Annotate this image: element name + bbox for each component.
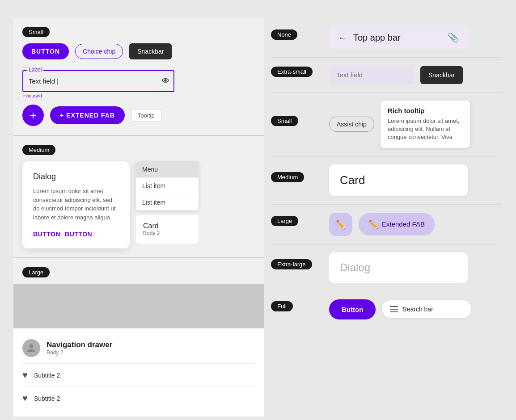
dialog-button-2[interactable]: BUTTON: [65, 231, 92, 238]
top-bar-title: Top app bar: [353, 33, 441, 43]
right-dialog-title: Dialog: [340, 261, 457, 274]
medium-badge: Medium: [22, 145, 55, 155]
extra-small-content: Snackbar: [329, 66, 503, 84]
medium-badge-container: Medium: [271, 172, 320, 189]
extra-large-badge: Extra-large: [271, 259, 312, 269]
full-badge-container: Full: [271, 301, 320, 318]
nav-item-label-2: Subtitle 2: [34, 395, 60, 402]
top-bar-content: ← Top app bar 📎: [329, 26, 503, 49]
large-badge: Large: [22, 267, 50, 277]
right-snackbar: Snackbar: [420, 66, 463, 84]
extra-large-content: Dialog: [329, 252, 503, 283]
extra-large-row: Extra-large Dialog: [271, 244, 503, 291]
hamburger-icon[interactable]: [390, 306, 398, 312]
nav-item-label-1: Subtitle 2: [34, 372, 60, 379]
right-card: Card: [329, 164, 468, 196]
card-mini: Card Body 2: [136, 215, 199, 244]
text-field-label: Label: [27, 67, 43, 73]
medium-content: Card: [329, 164, 503, 196]
dialog-actions: BUTTON BUTTON: [33, 231, 119, 238]
medium-row: Dialog Lorem ipsum dolor sit amet, conse…: [22, 161, 255, 248]
small-badge-right: Small: [271, 116, 298, 126]
dialog-title: Dialog: [33, 172, 119, 181]
pencil-icon: ✏️: [336, 219, 346, 229]
nav-item-2[interactable]: ♥ Subtitle 2: [22, 387, 255, 410]
small-row-right: Small Assist chip Rich tooltip Lorem ips…: [271, 92, 503, 156]
nav-text: Navigation drawer Body 2: [47, 340, 112, 356]
tooltip: Tooltip: [131, 109, 161, 122]
full-button[interactable]: Button: [329, 299, 376, 319]
small-badge: Small: [22, 27, 50, 37]
card-mini-body: Body 2: [143, 230, 191, 236]
assist-chip[interactable]: Assist chip: [329, 117, 374, 132]
full-badge: Full: [271, 301, 293, 311]
text-field-container: Label: [22, 70, 174, 92]
large-section: Large Navigation drawer Body 2 ♥ Subtitl…: [13, 258, 264, 416]
attach-icon[interactable]: 📎: [448, 32, 459, 43]
small-section: Small BUTTON Choice chip Snackbar Label …: [13, 18, 264, 136]
right-fab-extended[interactable]: ✏️ Extended FAB: [359, 213, 435, 235]
card-mini-title: Card: [143, 222, 191, 230]
medium-section: Medium Dialog Lorem ipsum dolor sit amet…: [13, 136, 264, 258]
menu-and-card: Menu List item List item Card Body 2: [136, 161, 199, 244]
nav-subtitle: Body 2: [47, 349, 112, 356]
snackbar: Snackbar: [129, 43, 172, 59]
fab-row: + + EXTENED FAB Tooltip: [22, 105, 255, 126]
back-arrow-icon[interactable]: ←: [338, 33, 347, 43]
large-image: [13, 284, 264, 328]
dialog-card: Dialog Lorem ipsum dolor sit amet, conse…: [22, 161, 130, 248]
text-field-input[interactable]: [22, 70, 174, 92]
fab-extended-button[interactable]: + EXTENED FAB: [50, 106, 125, 124]
fab-plus-icon: +: [30, 109, 36, 122]
small-row: BUTTON Choice chip Snackbar: [22, 43, 255, 59]
none-badge-container: None: [271, 29, 320, 46]
rich-tooltip-body: Lorem ipsum dolor sit amet, adipiscing e…: [388, 117, 463, 142]
full-content: Button Search bar: [329, 299, 503, 319]
avatar: [22, 339, 40, 357]
right-card-title: Card: [340, 173, 457, 187]
dialog-body: Lorem ipsum dolor sit amet, consectetur …: [33, 187, 119, 222]
right-panel: None ← Top app bar 📎 Extra-small Snackba…: [271, 18, 503, 416]
full-row: Full Button Search bar: [271, 291, 503, 328]
heart-icon-1: ♥: [22, 370, 28, 380]
nav-item-1[interactable]: ♥ Subtitle 2: [22, 364, 255, 387]
top-app-bar: ← Top app bar 📎: [329, 26, 468, 49]
svg-point-1: [165, 79, 166, 81]
extra-large-badge-container: Extra-large: [271, 259, 320, 276]
right-text-field[interactable]: [329, 66, 414, 84]
small-badge-container: Small: [271, 116, 320, 132]
fab-circle-button[interactable]: +: [22, 105, 44, 126]
rich-tooltip: Rich tooltip Lorem ipsum dolor sit amet,…: [381, 101, 470, 148]
menu-item-1[interactable]: List item: [136, 177, 199, 194]
left-panel: Small BUTTON Choice chip Snackbar Label …: [13, 18, 264, 416]
large-badge-container: Large: [271, 216, 320, 232]
large-badge-right: Large: [271, 216, 298, 226]
extra-small-badge-container: Extra-small: [271, 67, 320, 83]
pencil-icon-extended: ✏️: [368, 219, 378, 229]
extra-small-badge: Extra-small: [271, 67, 313, 77]
fab-extended-label: Extended FAB: [382, 220, 425, 228]
large-row-right: Large ✏️ ✏️ Extended FAB: [271, 205, 503, 244]
rich-tooltip-title: Rich tooltip: [388, 107, 463, 114]
large-content: ✏️ ✏️ Extended FAB: [329, 213, 503, 236]
right-fab-circle[interactable]: ✏️: [329, 213, 352, 236]
extra-small-row: Extra-small Snackbar: [271, 58, 503, 92]
menu-item-2[interactable]: List item: [136, 194, 199, 210]
none-badge: None: [271, 29, 297, 40]
search-bar[interactable]: Search bar: [382, 300, 471, 318]
choice-chip[interactable]: Choice chip: [75, 44, 123, 59]
none-row: None ← Top app bar 📎: [271, 18, 503, 58]
eye-icon[interactable]: [161, 76, 170, 87]
nav-drawer-header: Navigation drawer Body 2: [22, 335, 255, 364]
medium-row-right: Medium Card: [271, 156, 503, 205]
focused-label: Focused: [23, 93, 255, 98]
right-dialog: Dialog: [329, 252, 468, 283]
button-filled[interactable]: BUTTON: [22, 43, 69, 59]
medium-badge-right: Medium: [271, 172, 304, 182]
nav-title: Navigation drawer: [47, 340, 112, 349]
menu-header: Menu: [136, 161, 199, 177]
search-bar-label: Search bar: [402, 306, 433, 313]
dialog-button-1[interactable]: BUTTON: [33, 231, 60, 238]
nav-drawer: Navigation drawer Body 2 ♥ Subtitle 2 ♥ …: [13, 328, 264, 416]
heart-icon-2: ♥: [22, 393, 28, 403]
